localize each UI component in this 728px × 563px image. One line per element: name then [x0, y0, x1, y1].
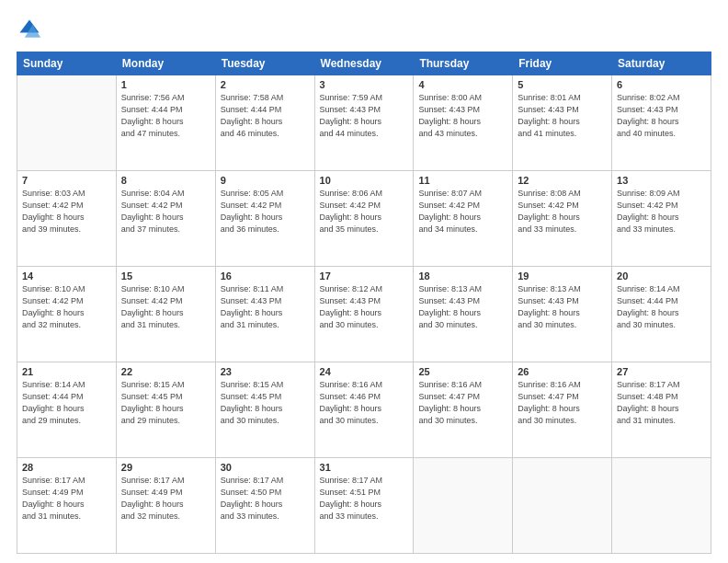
calendar-cell [17, 75, 117, 171]
day-number: 19 [518, 270, 607, 282]
day-info: Sunrise: 8:16 AM Sunset: 4:46 PM Dayligh… [320, 379, 409, 427]
calendar-cell: 14Sunrise: 8:10 AM Sunset: 4:42 PM Dayli… [17, 267, 117, 362]
day-number: 11 [418, 175, 507, 186]
day-number: 7 [22, 175, 111, 186]
day-info: Sunrise: 8:08 AM Sunset: 4:42 PM Dayligh… [518, 188, 607, 236]
calendar-week-row: 21Sunrise: 8:14 AM Sunset: 4:44 PM Dayli… [17, 362, 711, 458]
calendar-cell: 13Sunrise: 8:09 AM Sunset: 4:42 PM Dayli… [612, 171, 711, 267]
day-info: Sunrise: 8:09 AM Sunset: 4:42 PM Dayligh… [617, 188, 706, 236]
weekday-header: Sunday [17, 52, 117, 75]
day-info: Sunrise: 8:15 AM Sunset: 4:45 PM Dayligh… [121, 379, 210, 427]
day-info: Sunrise: 8:12 AM Sunset: 4:43 PM Dayligh… [320, 283, 409, 331]
day-number: 14 [22, 270, 111, 282]
calendar-cell: 30Sunrise: 8:17 AM Sunset: 4:50 PM Dayli… [215, 458, 314, 554]
day-number: 29 [121, 462, 210, 473]
day-number: 2 [221, 79, 310, 90]
day-info: Sunrise: 8:15 AM Sunset: 4:45 PM Dayligh… [221, 379, 310, 427]
day-number: 24 [320, 366, 409, 377]
day-info: Sunrise: 8:16 AM Sunset: 4:47 PM Dayligh… [418, 379, 507, 427]
calendar-cell: 23Sunrise: 8:15 AM Sunset: 4:45 PM Dayli… [215, 362, 314, 458]
header [17, 17, 711, 42]
calendar-cell: 11Sunrise: 8:07 AM Sunset: 4:42 PM Dayli… [414, 171, 513, 267]
calendar-cell [513, 458, 612, 554]
calendar-cell: 27Sunrise: 8:17 AM Sunset: 4:48 PM Dayli… [612, 362, 711, 458]
calendar-cell: 20Sunrise: 8:14 AM Sunset: 4:44 PM Dayli… [612, 267, 711, 362]
day-info: Sunrise: 8:17 AM Sunset: 4:49 PM Dayligh… [121, 475, 210, 523]
day-info: Sunrise: 8:17 AM Sunset: 4:50 PM Dayligh… [221, 475, 310, 523]
day-number: 5 [518, 79, 607, 90]
weekday-header: Friday [513, 52, 612, 75]
day-number: 30 [221, 462, 310, 473]
calendar-cell: 19Sunrise: 8:13 AM Sunset: 4:43 PM Dayli… [513, 267, 612, 362]
day-info: Sunrise: 8:17 AM Sunset: 4:49 PM Dayligh… [22, 475, 111, 523]
calendar-cell: 3Sunrise: 7:59 AM Sunset: 4:43 PM Daylig… [314, 75, 414, 171]
calendar-week-row: 7Sunrise: 8:03 AM Sunset: 4:42 PM Daylig… [17, 171, 711, 267]
day-info: Sunrise: 8:16 AM Sunset: 4:47 PM Dayligh… [518, 379, 607, 427]
day-number: 9 [221, 175, 310, 186]
calendar-cell: 29Sunrise: 8:17 AM Sunset: 4:49 PM Dayli… [116, 458, 215, 554]
calendar-cell [612, 458, 711, 554]
day-info: Sunrise: 8:10 AM Sunset: 4:42 PM Dayligh… [22, 283, 111, 331]
day-info: Sunrise: 8:14 AM Sunset: 4:44 PM Dayligh… [22, 379, 111, 427]
day-number: 6 [617, 79, 706, 90]
day-number: 8 [121, 175, 210, 186]
day-number: 26 [518, 366, 607, 377]
calendar-table: SundayMondayTuesdayWednesdayThursdayFrid… [17, 52, 711, 554]
day-number: 20 [617, 270, 706, 282]
day-number: 28 [22, 462, 111, 473]
weekday-header: Thursday [414, 52, 513, 75]
calendar-cell: 24Sunrise: 8:16 AM Sunset: 4:46 PM Dayli… [314, 362, 414, 458]
calendar-cell: 1Sunrise: 7:56 AM Sunset: 4:44 PM Daylig… [116, 75, 215, 171]
day-info: Sunrise: 8:10 AM Sunset: 4:42 PM Dayligh… [121, 283, 210, 331]
weekday-header: Wednesday [314, 52, 414, 75]
day-info: Sunrise: 8:00 AM Sunset: 4:43 PM Dayligh… [418, 92, 507, 140]
calendar-week-row: 14Sunrise: 8:10 AM Sunset: 4:42 PM Dayli… [17, 267, 711, 362]
day-number: 15 [121, 270, 210, 282]
calendar-cell: 7Sunrise: 8:03 AM Sunset: 4:42 PM Daylig… [17, 171, 117, 267]
day-number: 12 [518, 175, 607, 186]
calendar-cell: 25Sunrise: 8:16 AM Sunset: 4:47 PM Dayli… [414, 362, 513, 458]
day-info: Sunrise: 7:58 AM Sunset: 4:44 PM Dayligh… [221, 92, 310, 140]
day-number: 21 [22, 366, 111, 377]
calendar-week-row: 28Sunrise: 8:17 AM Sunset: 4:49 PM Dayli… [17, 458, 711, 554]
day-info: Sunrise: 8:17 AM Sunset: 4:51 PM Dayligh… [320, 475, 409, 523]
calendar-cell [414, 458, 513, 554]
calendar-cell: 6Sunrise: 8:02 AM Sunset: 4:43 PM Daylig… [612, 75, 711, 171]
header-row: SundayMondayTuesdayWednesdayThursdayFrid… [17, 52, 711, 75]
day-info: Sunrise: 8:01 AM Sunset: 4:43 PM Dayligh… [518, 92, 607, 140]
day-number: 16 [221, 270, 310, 282]
day-number: 22 [121, 366, 210, 377]
day-number: 17 [320, 270, 409, 282]
day-info: Sunrise: 8:07 AM Sunset: 4:42 PM Dayligh… [418, 188, 507, 236]
logo [17, 17, 46, 42]
calendar-cell: 31Sunrise: 8:17 AM Sunset: 4:51 PM Dayli… [314, 458, 414, 554]
day-info: Sunrise: 7:59 AM Sunset: 4:43 PM Dayligh… [320, 92, 409, 140]
day-number: 13 [617, 175, 706, 186]
day-info: Sunrise: 8:05 AM Sunset: 4:42 PM Dayligh… [221, 188, 310, 236]
calendar-cell: 2Sunrise: 7:58 AM Sunset: 4:44 PM Daylig… [215, 75, 314, 171]
calendar-cell: 16Sunrise: 8:11 AM Sunset: 4:43 PM Dayli… [215, 267, 314, 362]
calendar-cell: 26Sunrise: 8:16 AM Sunset: 4:47 PM Dayli… [513, 362, 612, 458]
day-number: 4 [418, 79, 507, 90]
day-number: 23 [221, 366, 310, 377]
calendar-cell: 9Sunrise: 8:05 AM Sunset: 4:42 PM Daylig… [215, 171, 314, 267]
calendar-cell: 28Sunrise: 8:17 AM Sunset: 4:49 PM Dayli… [17, 458, 117, 554]
day-number: 1 [121, 79, 210, 90]
day-number: 18 [418, 270, 507, 282]
day-info: Sunrise: 8:06 AM Sunset: 4:42 PM Dayligh… [320, 188, 409, 236]
day-info: Sunrise: 8:13 AM Sunset: 4:43 PM Dayligh… [518, 283, 607, 331]
day-info: Sunrise: 8:17 AM Sunset: 4:48 PM Dayligh… [617, 379, 706, 427]
calendar-cell: 21Sunrise: 8:14 AM Sunset: 4:44 PM Dayli… [17, 362, 117, 458]
calendar-cell: 15Sunrise: 8:10 AM Sunset: 4:42 PM Dayli… [116, 267, 215, 362]
weekday-header: Monday [116, 52, 215, 75]
weekday-header: Saturday [612, 52, 711, 75]
day-number: 27 [617, 366, 706, 377]
day-number: 31 [320, 462, 409, 473]
day-number: 25 [418, 366, 507, 377]
day-number: 3 [320, 79, 409, 90]
calendar-cell: 18Sunrise: 8:13 AM Sunset: 4:43 PM Dayli… [414, 267, 513, 362]
calendar-cell: 10Sunrise: 8:06 AM Sunset: 4:42 PM Dayli… [314, 171, 414, 267]
day-info: Sunrise: 8:02 AM Sunset: 4:43 PM Dayligh… [617, 92, 706, 140]
calendar-cell: 4Sunrise: 8:00 AM Sunset: 4:43 PM Daylig… [414, 75, 513, 171]
logo-icon [17, 17, 42, 42]
